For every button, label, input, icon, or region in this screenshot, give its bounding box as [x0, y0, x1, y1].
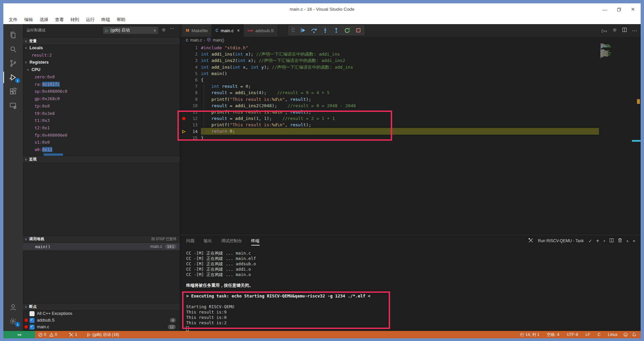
tree-group-Registers[interactable]: ∨Registers — [23, 59, 180, 66]
step-over-icon[interactable] — [311, 27, 317, 33]
watch-section-header[interactable]: ∨ 监视 — [23, 156, 180, 162]
source-control-icon[interactable] — [3, 56, 23, 70]
launch-config-dropdown[interactable]: ▷ (gdb) 启动 ∨ — [103, 26, 158, 34]
code-line-5[interactable]: 5int main() — [180, 70, 641, 77]
close-tab-icon[interactable]: × — [237, 28, 239, 33]
continue-icon[interactable] — [300, 27, 306, 33]
stack-frame-row[interactable]: main() main.c 14:1 — [23, 243, 180, 250]
variable-row-s1[interactable]: s1: 0x0 — [23, 139, 180, 146]
close-panel-icon[interactable]: × — [633, 238, 635, 244]
breakpoint-checkbox[interactable] — [30, 325, 35, 330]
panel-tab-调试控制台[interactable]: 调试控制台 — [221, 237, 242, 246]
feedback-smiley-icon[interactable] — [622, 331, 629, 338]
terminal-output[interactable]: CC -[M] 正在构建 ... main.cCC -[M] 正在构建 ... … — [186, 251, 634, 331]
variable-row-tp[interactable]: tp: 0x0 — [23, 103, 180, 110]
tab-makefile[interactable]: M Makefile — [182, 24, 212, 37]
variable-row-a0[interactable]: a0: 0x11 — [23, 146, 180, 153]
terminal-task-label[interactable]: Run RISCV-QEMU - Task — [538, 238, 584, 243]
settings-gear-icon[interactable]: 1 — [3, 314, 23, 328]
code-line-4[interactable]: 4int add_ins(int x, int y); //声明一下汇编语言中的… — [180, 64, 641, 70]
variable-row-gp[interactable]: gp: 0x268c0 — [23, 95, 180, 103]
code-line-15[interactable]: 15} — [180, 135, 641, 141]
code-line-8[interactable]: 8 result = addi_ins(4); //result = 9 = 4… — [180, 89, 641, 96]
start-debug-icon[interactable]: ▷ — [105, 28, 108, 33]
call-stack-section-header[interactable]: ∨ 调用堆栈 因 STEP 已暂停 — [23, 235, 180, 242]
breakpoints-section-header[interactable]: ∨ 断点 — [23, 303, 180, 310]
breadcrumb-symbol[interactable]: main() — [213, 38, 224, 43]
step-into-icon[interactable] — [322, 27, 328, 33]
breakpoint-checkbox[interactable] — [30, 311, 35, 316]
gear-icon[interactable] — [612, 27, 617, 34]
breadcrumb-file[interactable]: main.c — [190, 38, 202, 43]
menu-item-帮助[interactable]: 帮助 — [113, 16, 129, 23]
variable-row-ra[interactable]: ra: 0x101fc — [23, 80, 180, 88]
tree-group-Locals[interactable]: ∨Locals — [23, 44, 180, 52]
maximize-panel-icon[interactable]: ∧ — [626, 239, 629, 243]
problems-status[interactable]: 0 0 — [35, 331, 60, 338]
variable-row-t2[interactable]: t2: 0x1 — [23, 124, 180, 132]
breakpoint-row-addsub.S[interactable]: addsub.S4 — [23, 317, 180, 324]
menu-item-编辑[interactable]: 编辑 — [21, 16, 36, 23]
panel-tab-输出[interactable]: 输出 — [204, 237, 212, 246]
close-icon[interactable]: ✕ — [630, 6, 636, 12]
code-line-2[interactable]: 2int addi_ins(int x); //声明一下汇编语言中的函数: ad… — [180, 51, 641, 57]
explorer-icon[interactable] — [3, 28, 23, 42]
variable-row-t1[interactable]: t1: 0x3 — [23, 117, 180, 124]
eol-sequence[interactable]: LF — [583, 331, 593, 338]
breakpoint-checkbox[interactable] — [30, 318, 35, 323]
indentation[interactable]: 空格: 4 — [544, 331, 562, 338]
code-area[interactable]: 1#include "stdio.h"2int addi_ins(int x);… — [180, 44, 641, 235]
split-terminal-icon[interactable] — [609, 238, 614, 244]
variable-row-zero[interactable]: zero: 0x0 — [23, 73, 180, 81]
menu-item-选择[interactable]: 选择 — [36, 16, 52, 23]
variable-row-result[interactable]: result: 2 — [23, 52, 180, 59]
menu-item-转到[interactable]: 转到 — [67, 16, 83, 23]
minimize-icon[interactable]: — — [602, 6, 608, 12]
code-line-10[interactable]: 10 result = addi_ins2(2048); //result = … — [180, 103, 641, 109]
minimap[interactable] — [600, 44, 624, 59]
extensions-icon[interactable] — [3, 84, 23, 98]
encoding[interactable]: UTF-8 — [564, 331, 581, 338]
search-icon[interactable] — [3, 42, 23, 56]
breakpoint-row-All C++ Exceptions[interactable]: All C++ Exceptions — [23, 310, 180, 317]
panel-tab-问题[interactable]: 问题 — [186, 237, 195, 246]
tab-addsub-s[interactable]: ASM addsub.S — [244, 24, 278, 37]
code-line-1[interactable]: 1#include "stdio.h" — [180, 45, 641, 51]
restart-icon[interactable] — [344, 27, 350, 33]
remote-indicator[interactable]: >< — [3, 331, 35, 338]
remote-explorer-icon[interactable] — [3, 98, 23, 113]
notifications-bell-icon[interactable] — [631, 331, 638, 338]
code-line-14[interactable]: ▷14 return 0; — [180, 128, 641, 134]
ports-status[interactable]: 1 — [66, 331, 80, 338]
new-terminal-icon[interactable]: + — [596, 238, 599, 244]
breakpoint-row-main.c[interactable]: main.c12 — [23, 324, 180, 330]
menu-item-终端[interactable]: 终端 — [98, 16, 113, 23]
panel-tab-终端[interactable]: 终端 — [251, 237, 260, 246]
variable-row-t0[interactable]: t0: 0x3e8 — [23, 110, 180, 117]
code-line-12[interactable]: 12 result = add_ins(1, 1); //result = 2 … — [180, 115, 641, 122]
menu-item-查看[interactable]: 查看 — [52, 16, 67, 23]
step-out-icon[interactable] — [333, 27, 339, 33]
terminal-dropdown-icon[interactable]: ∨ — [603, 239, 605, 243]
more-actions-icon[interactable]: ⋯ — [632, 27, 637, 34]
kill-terminal-icon[interactable] — [618, 238, 622, 244]
restore-icon[interactable] — [616, 6, 622, 12]
split-editor-icon[interactable] — [622, 27, 627, 33]
code-line-7[interactable]: 7 int result = 0; — [180, 83, 641, 89]
drag-grip-icon[interactable] — [291, 27, 295, 34]
variable-row-sp[interactable]: sp: 0x408006c0 — [23, 88, 180, 95]
variables-section-header[interactable]: ∨ 变量 — [23, 38, 180, 44]
breadcrumb[interactable]: C main.c › main() — [180, 37, 641, 44]
language-mode[interactable]: C — [595, 331, 604, 338]
stop-icon[interactable] — [355, 27, 361, 33]
code-line-11[interactable]: 11 printf("This result is:%d\n", result)… — [180, 109, 641, 115]
variable-row-fp[interactable]: fp: 0x408006e0 — [23, 131, 180, 139]
code-line-3[interactable]: 3int addi_ins2(int x); //声明一下汇编语言中的函数: a… — [180, 57, 641, 64]
menu-item-运行[interactable]: 运行 — [83, 16, 98, 23]
menu-item-文件[interactable]: 文件 — [5, 16, 21, 23]
run-and-debug-icon[interactable]: 1 — [3, 70, 23, 84]
run-file-icon[interactable]: ▷∨ — [602, 28, 607, 33]
debug-settings-gear-icon[interactable] — [161, 27, 166, 34]
code-line-6[interactable]: 6{ — [180, 77, 641, 83]
cursor-position[interactable]: 行 14, 列 1 — [517, 331, 542, 338]
